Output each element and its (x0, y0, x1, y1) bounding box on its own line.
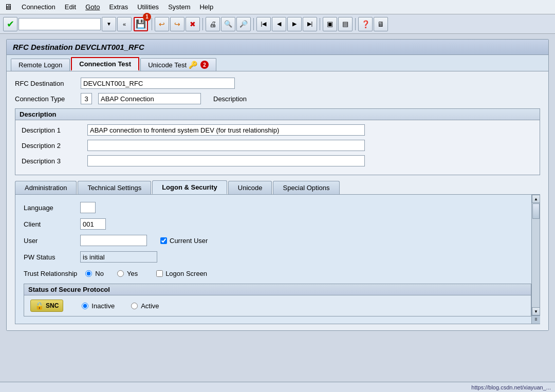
desc2-input[interactable] (87, 140, 365, 151)
command-input[interactable] (18, 18, 101, 30)
connection-type-input[interactable] (98, 93, 201, 104)
connection-type-num: 3 (81, 93, 92, 104)
rfc-destination-row: RFC Destination (15, 78, 540, 89)
layout-1-button[interactable]: ▣ (323, 17, 337, 31)
scroll-up-button[interactable]: ▲ (532, 195, 540, 203)
description-section-body: Description 1 Description 2 Description … (15, 120, 540, 175)
scroll-track (532, 203, 540, 307)
snc-badge: 🔒 SNC (30, 300, 63, 312)
client-input[interactable] (80, 218, 106, 230)
pw-status-label: PW Status (24, 253, 75, 261)
trust-relationship-row: Trust Relationship No Yes Logon Screen (24, 270, 531, 277)
tab-technical-settings[interactable]: Technical Settings (78, 181, 151, 194)
inactive-label: Inactive (91, 302, 115, 310)
rfc-panel: RFC Destination DEVCLNT001_RFC Remote Lo… (6, 39, 549, 331)
logon-screen-checkbox[interactable] (156, 270, 163, 277)
tab-special-options[interactable]: Special Options (273, 181, 339, 194)
menu-goto[interactable]: Goto (85, 3, 100, 11)
rfc-destination-input[interactable] (81, 78, 235, 89)
scroll-thumb[interactable] (532, 203, 540, 219)
separator-4 (320, 18, 320, 30)
tab-unicode[interactable]: Unicode (228, 181, 272, 194)
tab-connection-test[interactable]: Connection Test (71, 57, 139, 71)
confirm-button[interactable]: ✔ (3, 17, 17, 31)
active-radio[interactable] (131, 303, 138, 309)
layout-2-button[interactable]: ▤ (338, 17, 353, 31)
inactive-radio-group[interactable]: Inactive (82, 302, 115, 310)
menu-edit[interactable]: Edit (65, 3, 76, 11)
inactive-radio[interactable] (82, 303, 88, 309)
tab-unicode-test[interactable]: Unicode Test 🔑 2 (140, 58, 216, 71)
active-radio-group[interactable]: Active (131, 302, 159, 310)
forward-button[interactable]: ↪ (170, 17, 184, 31)
monitor-button[interactable]: 🖥 (374, 17, 388, 31)
find-next-button[interactable]: 🔎 (236, 17, 251, 31)
connection-type-row: Connection Type 3 Description (15, 93, 540, 104)
desc3-label: Description 3 (22, 157, 83, 165)
desc2-row: Description 2 (22, 140, 533, 151)
menu-utilities[interactable]: Utilities (137, 3, 159, 11)
menu-connection[interactable]: Connection (22, 3, 55, 11)
sap-icon: 🖥 (4, 3, 12, 12)
unicode-icon: 🔑 (189, 61, 197, 69)
desc1-input[interactable] (87, 124, 365, 136)
menu-bar: 🖥 Connection Edit Goto Extras Utilities … (0, 0, 555, 14)
snc-icon: 🔒 (35, 302, 44, 310)
tab-logon-security[interactable]: Logon & Security (152, 180, 227, 194)
prev-button[interactable]: « (117, 17, 132, 31)
trust-yes-radio[interactable] (117, 270, 124, 277)
menu-help[interactable]: Help (199, 3, 213, 11)
description-section-header: Description (15, 109, 540, 120)
resize-handle[interactable]: ⠿ (532, 315, 540, 324)
connection-test-badge: 2 (200, 61, 209, 69)
connection-type-label: Connection Type (15, 95, 77, 103)
last-button[interactable]: ▶| (303, 17, 317, 31)
trust-yes-label: Yes (127, 270, 138, 277)
current-user-checkbox[interactable] (160, 237, 167, 244)
help-button[interactable]: ❓ (358, 17, 373, 31)
desc3-row: Description 3 (22, 155, 533, 166)
main-content: RFC Destination DEVCLNT001_RFC Remote Lo… (0, 34, 555, 331)
trust-relationship-label: Trust Relationship (24, 270, 77, 277)
trust-no-label: No (95, 270, 104, 277)
first-button[interactable]: |◀ (256, 17, 271, 31)
menu-extras[interactable]: Extras (109, 3, 128, 11)
scroll-down-button[interactable]: ▼ (532, 307, 540, 315)
status-url: https://blog.csdn.net/xiayuan_... (471, 384, 551, 390)
language-input[interactable] (80, 202, 96, 213)
command-dropdown[interactable]: ▼ (102, 17, 116, 31)
prev-record-button[interactable]: ◀ (272, 17, 286, 31)
menu-system[interactable]: System (168, 3, 190, 11)
logon-security-content: Language Client User Current (15, 194, 540, 324)
next-record-button[interactable]: ▶ (287, 17, 302, 31)
separator-3 (253, 18, 254, 30)
scrollbar: ▲ ▼ ⠿ (531, 195, 540, 324)
tab-administration[interactable]: Administration (15, 181, 77, 194)
back-button[interactable]: ↩ (155, 17, 169, 31)
current-user-label: Current User (170, 237, 208, 245)
tabs-section: Administration Technical Settings Logon … (15, 180, 540, 324)
find-button[interactable]: 🔍 (221, 17, 235, 31)
tabs-nav: Administration Technical Settings Logon … (15, 180, 540, 194)
language-label: Language (24, 204, 75, 212)
tab-remote-logon[interactable]: Remote Logon (11, 59, 70, 71)
logon-screen-group[interactable]: Logon Screen (156, 270, 207, 277)
separator-2 (202, 18, 203, 30)
secure-protocol-body: 🔒 SNC Inactive Active (24, 295, 531, 316)
print-button[interactable]: 🖨 (206, 17, 220, 31)
pw-status-input[interactable] (80, 251, 157, 263)
rfc-panel-title: RFC Destination DEVCLNT001_RFC (7, 40, 548, 55)
trust-no-radio[interactable] (85, 270, 92, 277)
cancel-button[interactable]: ✖ (186, 17, 200, 31)
trust-no-radio-group[interactable]: No (85, 270, 104, 277)
desc3-input[interactable] (87, 155, 365, 166)
snc-label: SNC (46, 302, 59, 309)
separator-5 (355, 18, 356, 30)
desc2-label: Description 2 (22, 142, 83, 150)
user-label: User (24, 237, 75, 245)
logon-screen-label: Logon Screen (165, 270, 207, 277)
user-input[interactable] (80, 235, 147, 246)
save-badge: 1 (143, 13, 151, 21)
unicode-test-label: Unicode Test (148, 61, 187, 69)
trust-yes-radio-group[interactable]: Yes (117, 270, 138, 277)
